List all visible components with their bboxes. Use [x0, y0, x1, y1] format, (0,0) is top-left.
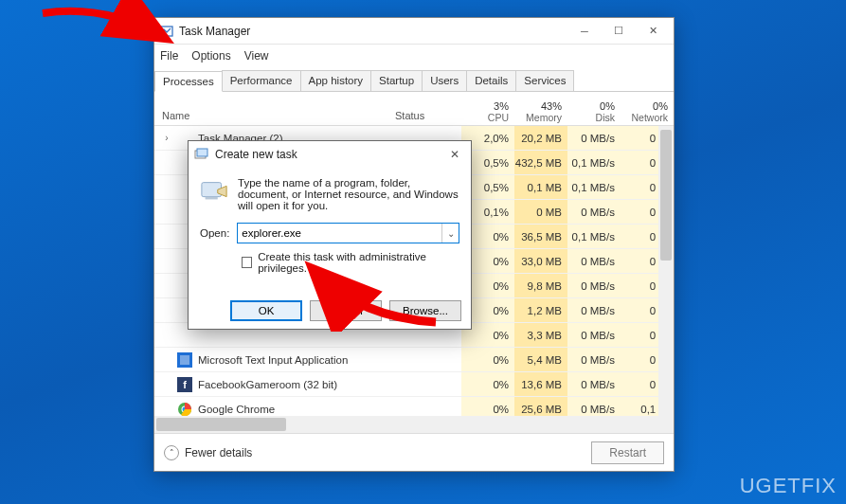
- fewer-details-toggle[interactable]: ˄ Fewer details: [164, 445, 252, 460]
- cell-disk: 0 MB/s: [567, 274, 621, 297]
- cell-disk: 0 MB/s: [567, 200, 621, 224]
- cell-disk: 0,1 MB/s: [567, 151, 621, 174]
- watermark: UGETFIX: [740, 474, 837, 498]
- run-dialog-icon: [194, 147, 209, 162]
- vertical-scrollbar[interactable]: [658, 126, 674, 416]
- cell-disk: 0 MB/s: [567, 298, 621, 322]
- cell-disk: 0 MB/s: [567, 249, 621, 273]
- svg-rect-12: [197, 149, 207, 156]
- admin-checkbox[interactable]: [242, 257, 252, 268]
- dialog-description: Type the name of a program, folder, docu…: [238, 177, 459, 211]
- minimize-button[interactable]: ─: [567, 19, 602, 44]
- col-network[interactable]: 0%Network: [621, 100, 674, 125]
- col-memory[interactable]: 43%Memory: [514, 100, 567, 125]
- dialog-title: Create new task: [215, 148, 444, 161]
- cell-disk: 0,1 MB/s: [567, 175, 621, 199]
- cell-disk: 0,1 MB/s: [567, 225, 621, 248]
- dialog-titlebar[interactable]: Create new task ✕: [189, 141, 471, 168]
- cell-disk: 0 MB/s: [567, 397, 621, 416]
- admin-label: Create this task with administrative pri…: [258, 251, 459, 274]
- column-headers: Name Status 3%CPU 43%Memory 0%Disk 0%Net…: [154, 92, 674, 126]
- restart-button[interactable]: Restart: [591, 441, 664, 464]
- menubar: File Options View: [154, 45, 674, 67]
- horizontal-scrollbar[interactable]: [154, 416, 674, 433]
- browse-button[interactable]: Browse...: [389, 300, 461, 321]
- cell-mem: 20,2 MB: [514, 126, 567, 150]
- tab-app-history[interactable]: App history: [300, 70, 372, 91]
- menu-view[interactable]: View: [244, 49, 269, 63]
- svg-text:f: f: [183, 379, 187, 390]
- table-row[interactable]: fFacebookGameroom (32 bit)0%13,6 MB0 MB/…: [154, 372, 674, 397]
- tab-performance[interactable]: Performance: [222, 70, 301, 91]
- tab-startup[interactable]: Startup: [370, 70, 423, 91]
- task-manager-icon: [158, 24, 173, 39]
- cell-disk: 0 MB/s: [567, 348, 621, 371]
- cell-disk: 0 MB/s: [567, 323, 621, 347]
- ok-button[interactable]: OK: [230, 300, 302, 321]
- tab-processes[interactable]: Processes: [154, 71, 223, 92]
- cell-cpu: 0%: [461, 372, 514, 396]
- app-blue-icon: [177, 352, 192, 368]
- open-combobox[interactable]: ⌄: [237, 223, 459, 243]
- cell-mem: 0,1 MB: [514, 175, 567, 199]
- tab-users[interactable]: Users: [422, 70, 467, 91]
- tabbar: ProcessesPerformanceApp historyStartupUs…: [154, 67, 674, 92]
- cell-mem: 9,8 MB: [514, 274, 567, 297]
- cell-disk: 0 MB/s: [567, 126, 621, 150]
- fb-icon: f: [177, 377, 192, 392]
- window-title: Task Manager: [179, 25, 567, 38]
- col-status[interactable]: Status: [395, 110, 461, 125]
- cell-mem: 33,0 MB: [514, 249, 567, 273]
- open-input[interactable]: [238, 224, 441, 243]
- close-button[interactable]: ✕: [636, 19, 670, 44]
- table-row[interactable]: Google Chrome0%25,6 MB0 MB/s0,1 M: [154, 397, 674, 416]
- svg-rect-2: [180, 355, 189, 365]
- cell-cpu: 0%: [461, 348, 514, 371]
- cell-mem: 432,5 MB: [514, 151, 567, 174]
- menu-file[interactable]: File: [160, 49, 178, 63]
- tab-services[interactable]: Services: [515, 70, 574, 91]
- process-name: Google Chrome: [198, 404, 275, 415]
- run-icon: [200, 177, 228, 206]
- cell-mem: 5,4 MB: [514, 348, 567, 371]
- tab-details[interactable]: Details: [466, 70, 516, 91]
- table-row[interactable]: Microsoft Text Input Application0%5,4 MB…: [154, 348, 674, 372]
- create-new-task-dialog: Create new task ✕ Type the name of a pro…: [188, 140, 472, 330]
- menu-options[interactable]: Options: [191, 49, 230, 63]
- cell-disk: 0 MB/s: [567, 372, 621, 396]
- cell-mem: 13,6 MB: [514, 372, 567, 396]
- process-name: FacebookGameroom (32 bit): [198, 379, 337, 390]
- cancel-button[interactable]: Cancel: [310, 300, 382, 321]
- cell-mem: 25,6 MB: [514, 397, 567, 416]
- open-label: Open:: [200, 227, 229, 239]
- chevron-up-icon: ˄: [164, 445, 179, 460]
- svg-rect-14: [206, 197, 218, 200]
- process-name: Microsoft Text Input Application: [198, 354, 348, 366]
- chevron-down-icon[interactable]: ⌄: [441, 224, 459, 243]
- cell-mem: 0 MB: [514, 200, 567, 224]
- col-name[interactable]: Name: [154, 110, 395, 125]
- cell-mem: 3,3 MB: [514, 323, 567, 347]
- dialog-close-button[interactable]: ✕: [444, 148, 465, 161]
- footer: ˄ Fewer details Restart: [154, 433, 674, 471]
- cell-mem: 36,5 MB: [514, 225, 567, 248]
- maximize-button[interactable]: ☐: [602, 19, 636, 44]
- cell-mem: 1,2 MB: [514, 298, 567, 322]
- titlebar[interactable]: Task Manager ─ ☐ ✕: [154, 18, 674, 45]
- expand-chevron-icon[interactable]: ›: [162, 133, 171, 143]
- chrome-icon: [177, 402, 192, 417]
- col-disk[interactable]: 0%Disk: [567, 100, 621, 125]
- col-cpu[interactable]: 3%CPU: [461, 100, 514, 125]
- cell-cpu: 0%: [461, 397, 514, 416]
